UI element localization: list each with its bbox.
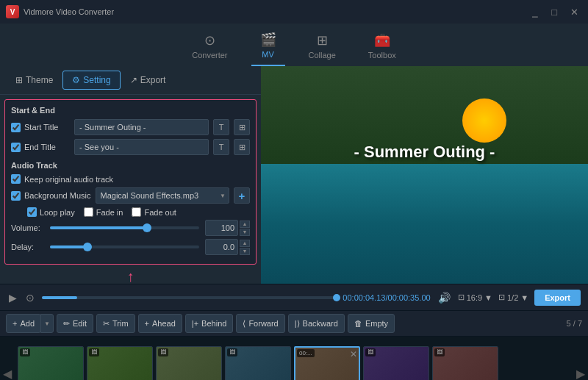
film-clip-7[interactable]: 🖼 bbox=[432, 346, 498, 381]
add-icon: + bbox=[12, 319, 17, 328]
tab-toolbox[interactable]: 🧰 Toolbox bbox=[359, 29, 405, 65]
close-button[interactable]: ✕ bbox=[567, 5, 582, 19]
keep-audio-label[interactable]: Keep original audio track bbox=[11, 174, 113, 184]
collage-icon: ⊞ bbox=[317, 32, 328, 49]
ahead-button[interactable]: + Ahead bbox=[138, 314, 182, 333]
arrow-indicator: ↑ bbox=[0, 269, 261, 284]
bg-music-label[interactable]: Background Music bbox=[11, 191, 91, 201]
forward-button[interactable]: ⟨ Forward bbox=[236, 314, 284, 333]
volume-up-btn[interactable]: ▲ bbox=[240, 221, 250, 228]
filmstrip-prev[interactable]: ◀ bbox=[3, 367, 12, 381]
bg-music-select[interactable]: Magical Sound Effects.mp3 bbox=[96, 187, 230, 204]
add-button[interactable]: + Add bbox=[6, 314, 41, 333]
volume-down-btn[interactable]: ▼ bbox=[240, 229, 250, 236]
end-title-grid-btn[interactable]: ⊞ bbox=[234, 139, 250, 155]
behind-button[interactable]: |+ Behind bbox=[185, 314, 234, 333]
backward-button[interactable]: |⟩ Backward bbox=[288, 314, 345, 333]
ratio-icon: ⊡ bbox=[458, 293, 465, 302]
tab-theme[interactable]: ⊞ Theme bbox=[6, 71, 62, 90]
clip-icon-2: 🖼 bbox=[89, 348, 99, 356]
delay-slider[interactable] bbox=[50, 245, 199, 248]
bg-music-checkbox[interactable] bbox=[11, 191, 21, 201]
film-clip-1[interactable]: 🖼 bbox=[18, 346, 84, 381]
start-title-grid-btn[interactable]: ⊞ bbox=[234, 119, 250, 135]
clip-icon-4: 🖼 bbox=[227, 348, 237, 356]
audio-header: Audio Track bbox=[11, 161, 250, 170]
fade-in-label[interactable]: Fade in bbox=[84, 207, 123, 217]
end-title-checkbox-label[interactable]: End Title bbox=[11, 143, 70, 152]
delay-row: Delay: ▲ ▼ bbox=[11, 239, 250, 255]
setting-tab-icon: ⚙ bbox=[72, 75, 80, 85]
tab-setting[interactable]: ⚙ Setting bbox=[62, 71, 120, 90]
film-clip-4[interactable]: 🖼 bbox=[225, 346, 291, 381]
loop-play-label[interactable]: Loop play bbox=[27, 207, 75, 217]
tab-collage[interactable]: ⊞ Collage bbox=[300, 29, 345, 65]
end-title-font-btn[interactable]: T bbox=[213, 139, 229, 155]
progress-bar[interactable] bbox=[42, 296, 337, 299]
end-title-checkbox[interactable] bbox=[11, 143, 21, 152]
volume-value-container: ▲ ▼ bbox=[205, 220, 250, 236]
tab-mv[interactable]: 🎬 MV bbox=[251, 29, 285, 66]
clip-icon-3: 🖼 bbox=[158, 348, 168, 356]
content-area: ⊞ Theme ⚙ Setting ↗ Export Start & End S… bbox=[0, 66, 588, 284]
app-icon: V bbox=[6, 5, 19, 18]
converter-icon: ⊙ bbox=[204, 32, 215, 49]
keep-audio-checkbox[interactable] bbox=[11, 174, 21, 184]
start-title-input[interactable] bbox=[74, 119, 209, 135]
tab-export[interactable]: ↗ Export bbox=[121, 71, 176, 90]
volume-slider[interactable] bbox=[50, 226, 199, 229]
video-preview: - Summer Outing - bbox=[261, 66, 588, 284]
end-title-input[interactable] bbox=[74, 139, 209, 155]
audio-section: Audio Track Keep original audio track Ba… bbox=[11, 161, 250, 255]
add-dropdown[interactable]: ▼ bbox=[40, 314, 54, 333]
clip-icon-1: 🖼 bbox=[20, 348, 30, 356]
volume-icon[interactable]: 🔊 bbox=[437, 290, 452, 305]
filmstrip-next[interactable]: ▶ bbox=[576, 367, 585, 381]
progress-dot[interactable] bbox=[333, 294, 340, 301]
tab-converter[interactable]: ⊙ Converter bbox=[183, 29, 236, 65]
fade-out-checkbox[interactable] bbox=[132, 207, 141, 217]
end-title-row: End Title T ⊞ bbox=[11, 139, 250, 155]
fade-out-label[interactable]: Fade out bbox=[132, 207, 176, 217]
page-selector[interactable]: ⊡ 1/2 ▼ bbox=[498, 293, 528, 302]
start-title-checkbox-label[interactable]: Start Title bbox=[11, 123, 70, 132]
ratio-selector[interactable]: ⊡ 16:9 ▼ bbox=[458, 293, 492, 302]
stop-button[interactable]: ⊙ bbox=[24, 290, 36, 305]
delay-down-btn[interactable]: ▼ bbox=[240, 248, 250, 255]
volume-input[interactable] bbox=[205, 220, 238, 236]
minimize-button[interactable]: ⎯ bbox=[528, 5, 542, 19]
film-clip-3[interactable]: 🖼 bbox=[156, 346, 222, 381]
delay-thumb[interactable] bbox=[83, 243, 92, 251]
delay-up-btn[interactable]: ▲ bbox=[240, 240, 250, 247]
fade-in-checkbox[interactable] bbox=[84, 207, 93, 217]
delay-value-container: ▲ ▼ bbox=[205, 239, 250, 255]
delay-label: Delay: bbox=[11, 243, 44, 251]
playback-options: Loop play Fade in Fade out bbox=[27, 207, 250, 217]
forward-icon: ⟨ bbox=[243, 319, 245, 329]
behind-icon: |+ bbox=[192, 319, 198, 328]
trim-button[interactable]: ✂ Trim bbox=[96, 314, 135, 333]
start-title-font-btn[interactable]: T bbox=[213, 119, 229, 135]
film-clip-2[interactable]: 🖼 bbox=[87, 346, 153, 381]
play-button[interactable]: ▶ bbox=[7, 290, 18, 305]
left-panel: ⊞ Theme ⚙ Setting ↗ Export Start & End S… bbox=[0, 66, 261, 284]
empty-button[interactable]: 🗑 Empty bbox=[348, 314, 395, 333]
video-preview-panel: - Summer Outing - bbox=[261, 66, 588, 284]
page-icon: ⊡ bbox=[498, 293, 505, 302]
volume-thumb[interactable] bbox=[143, 223, 151, 232]
export-button[interactable]: Export bbox=[534, 290, 581, 306]
film-clip-6[interactable]: 🖼 bbox=[363, 346, 429, 381]
settings-panel: Start & End Start Title T ⊞ End Title T … bbox=[4, 99, 257, 265]
add-music-button[interactable]: + bbox=[234, 187, 250, 204]
loop-play-checkbox[interactable] bbox=[27, 207, 37, 217]
edit-button[interactable]: ✏ Edit bbox=[57, 314, 93, 333]
delay-input[interactable] bbox=[205, 239, 238, 255]
start-title-row: Start Title T ⊞ bbox=[11, 119, 250, 135]
film-clip-5[interactable]: 00:... ✕ ▶ ☆ ⏱ bbox=[294, 346, 360, 381]
clip-delete-5[interactable]: ✕ bbox=[350, 349, 357, 359]
keep-audio-row: Keep original audio track bbox=[11, 174, 250, 184]
sub-tabs: ⊞ Theme ⚙ Setting ↗ Export bbox=[0, 66, 261, 95]
maximize-button[interactable]: □ bbox=[548, 5, 561, 19]
start-end-header: Start & End bbox=[11, 106, 250, 115]
start-title-checkbox[interactable] bbox=[11, 123, 21, 132]
